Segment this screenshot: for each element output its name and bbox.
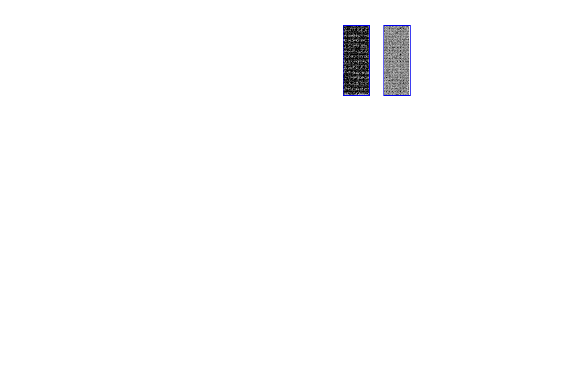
clean-image-panel bbox=[383, 25, 411, 96]
fiber-positions-panel bbox=[20, 208, 96, 295]
hsc-cutout-panel bbox=[173, 208, 249, 304]
header-datetime bbox=[433, 2, 453, 22]
clean-image bbox=[384, 26, 409, 95]
elixer-report-page bbox=[0, 0, 576, 392]
full-spectrum-plot bbox=[0, 121, 576, 193]
with-sky-panel bbox=[343, 25, 370, 96]
lineflux-map-panel bbox=[93, 208, 169, 295]
line-fit-zoom-plot bbox=[426, 20, 537, 100]
with-sky-image bbox=[344, 26, 369, 95]
